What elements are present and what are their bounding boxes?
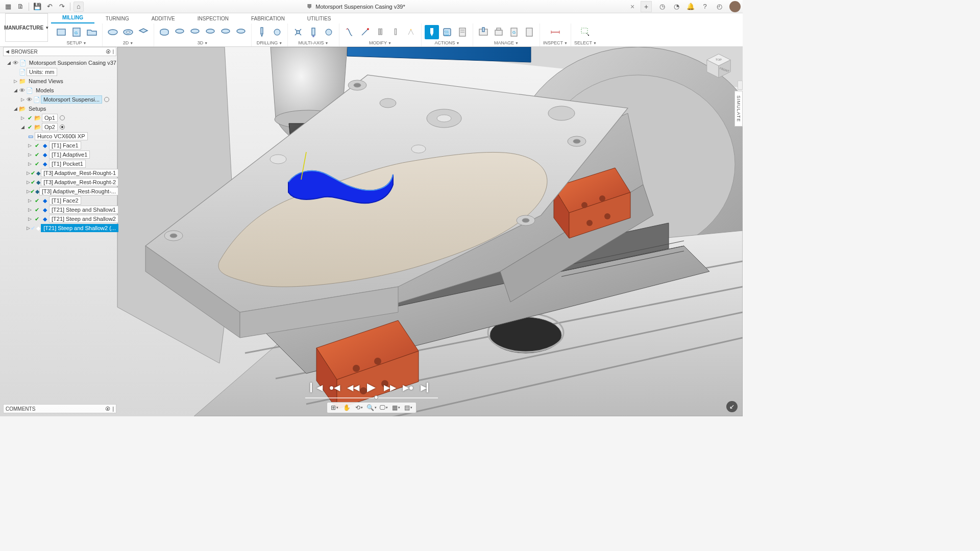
tree-op-row[interactable]: ▷✔◆[T1] Adaptive1: [5, 150, 118, 159]
view-cube[interactable]: TOP FRONT: [704, 51, 733, 81]
apps-grid-icon[interactable]: ▦: [3, 2, 13, 12]
tree-units[interactable]: 📄 Units: mm: [5, 67, 118, 77]
nc-program-icon[interactable]: G: [69, 25, 84, 39]
tree-model-item[interactable]: ▷👁📄 Motorsport Suspensi...: [5, 95, 118, 104]
op1-radio[interactable]: [60, 115, 65, 120]
collapse-left-icon[interactable]: ◀: [6, 49, 9, 54]
look-at-icon[interactable]: 🔍▾: [366, 403, 377, 412]
simulate-panel-handle[interactable]: [738, 81, 743, 90]
tree-op-row[interactable]: ▷✔◆[T21] Steep and Shallow1: [5, 205, 118, 214]
setup-sheet-icon[interactable]: [455, 25, 470, 39]
prev-op-icon[interactable]: ●◀: [329, 382, 340, 393]
3d-op3-icon[interactable]: [188, 25, 202, 39]
simulate-panel-tab[interactable]: SIMULATE: [734, 91, 743, 127]
help-icon[interactable]: ?: [700, 2, 710, 12]
multiaxis2-icon[interactable]: [306, 25, 321, 39]
next-op-icon[interactable]: ▶●: [403, 382, 414, 393]
tab-turning[interactable]: TURNING: [94, 14, 140, 23]
feedback-button[interactable]: ↙: [726, 401, 738, 412]
tool-library-icon[interactable]: [476, 25, 491, 39]
tree-op-row[interactable]: ▷✔◆[T1] Pocket1: [5, 159, 118, 168]
tree-op-row[interactable]: ▷✔◆[T3] Adaptive_Rest-Rought-...: [5, 187, 118, 196]
tree-machine[interactable]: ▭ Hurco VCX600i XP: [5, 132, 118, 141]
measure-icon[interactable]: [548, 25, 562, 39]
browser-panel-header[interactable]: ◀ BROWSER ⦿ |: [3, 47, 116, 56]
multiaxis1-icon[interactable]: [291, 25, 305, 39]
tab-inspection[interactable]: INSPECTION: [186, 14, 240, 23]
redo-icon[interactable]: ↷: [57, 2, 67, 12]
tree-root[interactable]: ◢👁📄 Motorsport Suspension Casing v37: [5, 58, 118, 67]
folder-icon[interactable]: [85, 25, 99, 39]
comments-panel-header[interactable]: COMMENTS ⦿ |: [3, 404, 116, 413]
tree-op-row[interactable]: ▷✔◆[T3] Adaptive_Rest-Rought-2: [5, 178, 118, 187]
orbit-type-icon[interactable]: ⊞▾: [329, 403, 340, 412]
task-manager-icon[interactable]: [522, 25, 536, 39]
modify2-icon[interactable]: [358, 25, 372, 39]
3d-adaptive-icon[interactable]: [157, 25, 172, 39]
pin-icon[interactable]: ⦿: [106, 49, 111, 55]
3d-op5-icon[interactable]: [218, 25, 233, 39]
modify1-icon[interactable]: [342, 25, 357, 39]
modify3-icon[interactable]: [373, 25, 387, 39]
extensions-icon[interactable]: ◷: [657, 2, 667, 12]
undo-icon[interactable]: ↶: [44, 2, 55, 12]
hole-recognition-icon[interactable]: [270, 25, 284, 39]
user-avatar[interactable]: [729, 1, 741, 12]
clock-icon[interactable]: ◴: [714, 2, 724, 12]
tree-op-row[interactable]: ▷✔◆[T1] Face1: [5, 141, 118, 150]
drill-icon[interactable]: [255, 25, 269, 39]
pan-icon[interactable]: ✋: [341, 403, 353, 412]
tree-op-row[interactable]: ▷✔◆[T21] Steep and Shallow2: [5, 214, 118, 223]
3d-op2-icon[interactable]: [173, 25, 187, 39]
2d-adaptive-icon[interactable]: [121, 25, 135, 39]
skip-start-icon[interactable]: ▎◀: [311, 382, 322, 393]
2d-face-icon[interactable]: [106, 25, 120, 39]
viewport-layout-icon[interactable]: ▤▾: [403, 403, 414, 412]
modify4-icon[interactable]: [388, 25, 403, 39]
3d-op4-icon[interactable]: [203, 25, 217, 39]
machine-library-icon[interactable]: [492, 25, 506, 39]
tree-op-row[interactable]: ▷✔◆[T3] Adaptive_Rest-Rought-1: [5, 168, 118, 178]
group-actions: G1G2 ACTIONS▼: [422, 23, 473, 46]
tree-op-row-selected[interactable]: ▷✔◆[T21] Steep and Shallow2 (...: [5, 223, 118, 233]
2d-pocket-icon[interactable]: [136, 25, 151, 39]
playback-timeline[interactable]: [305, 397, 438, 399]
tree-op2[interactable]: ◢✔📂 Op2: [5, 122, 118, 132]
new-tab-button[interactable]: +: [641, 1, 652, 12]
tree-setups[interactable]: ◢📂 Setups: [5, 104, 118, 113]
select-icon[interactable]: [578, 25, 593, 39]
tree-op-row[interactable]: ▷✔◆[T1] Face2: [5, 196, 118, 205]
tab-utilities[interactable]: UTILITIES: [296, 14, 342, 23]
save-icon[interactable]: 💾: [32, 2, 42, 12]
orbit-icon[interactable]: ⟲▾: [354, 403, 365, 412]
tab-fabrication[interactable]: FABRICATION: [240, 14, 296, 23]
setup-icon[interactable]: [54, 25, 68, 39]
tree-named-views[interactable]: ▷📁 Named Views: [5, 77, 118, 86]
rewind-icon[interactable]: ◀◀: [348, 382, 359, 393]
close-tab-icon[interactable]: ×: [627, 3, 638, 11]
forward-icon[interactable]: ▶▶: [384, 382, 396, 393]
simulate-icon[interactable]: [425, 25, 439, 39]
notification-bell-icon[interactable]: 🔔: [685, 2, 696, 12]
new-file-icon[interactable]: 🗎: [15, 2, 26, 12]
skip-end-icon[interactable]: ▶▎: [421, 382, 432, 393]
pin-icon[interactable]: ⦿: [105, 406, 110, 412]
post-process-icon[interactable]: G1G2: [440, 25, 454, 39]
tree-op1[interactable]: ▷✔📂 Op1: [5, 113, 118, 122]
op2-radio[interactable]: [60, 124, 65, 130]
tree-models[interactable]: ◢👁📄 Models: [5, 86, 118, 95]
activate-radio[interactable]: [104, 97, 109, 102]
home-icon[interactable]: ⌂: [74, 2, 84, 12]
grid-settings-icon[interactable]: ▦▾: [390, 403, 402, 412]
job-status-icon[interactable]: ◔: [671, 2, 681, 12]
workspace-switcher[interactable]: MANUFACTURE▼: [5, 13, 48, 42]
template-library-icon[interactable]: G: [507, 25, 521, 39]
timeline-knob[interactable]: [374, 395, 378, 399]
play-icon[interactable]: ▶: [366, 382, 377, 393]
multiaxis3-icon[interactable]: [322, 25, 336, 39]
modify5-icon[interactable]: [404, 25, 418, 39]
display-settings-icon[interactable]: 🖵▾: [378, 403, 389, 412]
3d-op6-icon[interactable]: [234, 25, 248, 39]
tab-additive[interactable]: ADDITIVE: [140, 14, 186, 23]
tab-milling[interactable]: MILLING: [51, 13, 94, 23]
